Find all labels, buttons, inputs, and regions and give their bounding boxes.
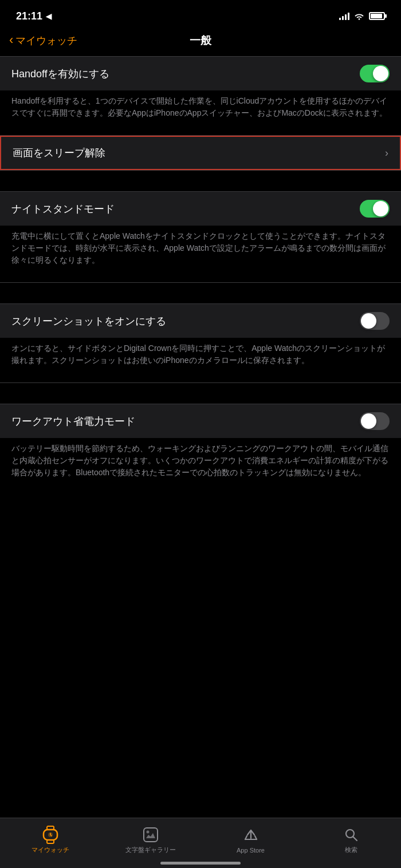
tab-app-store-label: App Store (237, 847, 265, 854)
screenshot-label: スクリーンショットをオンにする (11, 314, 166, 328)
tab-my-watch[interactable]: マイウォッチ (0, 826, 100, 854)
screenshot-section: スクリーンショットをオンにする (0, 304, 401, 338)
handoff-toggle[interactable] (360, 65, 390, 82)
my-watch-icon (42, 826, 59, 843)
search-icon (343, 826, 360, 843)
face-gallery-icon (142, 826, 159, 843)
tab-app-store[interactable]: App Store (200, 827, 301, 854)
svg-line-10 (353, 837, 357, 841)
wake-screen-chevron-icon: › (385, 147, 388, 159)
tab-face-gallery[interactable]: 文字盤ギャラリー (100, 826, 200, 854)
wake-screen-label: 画面をスリープ解除 (13, 146, 105, 160)
gap-6 (0, 383, 401, 404)
status-right (339, 12, 385, 20)
workout-description: バッテリー駆動時間を節約するため、ウォーキングおよびランニングのワークアウトの間… (0, 438, 401, 489)
gap-5 (0, 377, 401, 382)
back-chevron-icon: ‹ (9, 34, 13, 46)
handoff-row: Handoffを有効にする (0, 57, 401, 90)
gap-4 (0, 283, 401, 303)
workout-toggle-knob (361, 413, 376, 429)
location-arrow: ◀ (46, 12, 52, 21)
handoff-description: Handoffを利用すると、1つのデバイスで開始した作業を、同じiCloudアカ… (0, 90, 401, 129)
signal-icon (339, 12, 349, 20)
home-indicator (160, 862, 241, 865)
time-display: 21:11 (16, 10, 42, 22)
screenshot-toggle-knob (361, 313, 376, 329)
nightstand-row: ナイトスタンドモード (0, 192, 401, 226)
tab-search-label: 検索 (345, 846, 357, 854)
tab-my-watch-label: マイウォッチ (32, 846, 69, 854)
gap-1 (0, 129, 401, 135)
nightstand-label: ナイトスタンドモード (11, 202, 115, 216)
battery-icon (369, 12, 385, 20)
nightstand-section: ナイトスタンドモード (0, 192, 401, 226)
nightstand-description: 充電中に横にして置くとApple Watchをナイトスタンドクロックとして使うこ… (0, 226, 401, 277)
handoff-section: Handoffを有効にする (0, 57, 401, 90)
status-time-container: 21:11 ◀ (16, 10, 52, 22)
wake-screen-row[interactable]: 画面をスリープ解除 › (0, 136, 401, 170)
workout-row: ワークアウト省電力モード (0, 404, 401, 438)
nightstand-toggle-knob (373, 201, 388, 216)
workout-section: ワークアウト省電力モード (0, 404, 401, 438)
tab-bar: マイウォッチ 文字盤ギャラリー App Store (0, 818, 401, 868)
back-label: マイウォッチ (15, 34, 77, 48)
screenshot-row: スクリーンショットをオンにする (0, 304, 401, 338)
tab-face-gallery-label: 文字盤ギャラリー (125, 846, 176, 854)
status-bar: 21:11 ◀ (0, 0, 401, 29)
wifi-icon (354, 12, 364, 20)
back-button[interactable]: ‹ マイウォッチ (9, 34, 77, 48)
screenshot-toggle[interactable] (360, 312, 390, 330)
nightstand-toggle[interactable] (360, 200, 390, 218)
main-content: Handoffを有効にする Handoffを利用すると、1つのデバイスで開始した… (0, 57, 401, 546)
workout-toggle[interactable] (360, 412, 390, 430)
handoff-toggle-knob (373, 66, 388, 81)
tab-search[interactable]: 検索 (301, 826, 401, 854)
page-title: 一般 (190, 33, 211, 48)
screenshot-description: オンにすると、サイドボタンとDigital Crownを同時に押すことで、App… (0, 338, 401, 377)
nav-header: ‹ マイウォッチ 一般 (0, 29, 401, 56)
workout-label: ワークアウト省電力モード (11, 415, 135, 428)
svg-point-7 (146, 831, 149, 834)
gap-3 (0, 277, 401, 282)
svg-rect-6 (144, 828, 158, 842)
gap-2 (0, 171, 401, 191)
handoff-label: Handoffを有効にする (11, 67, 109, 81)
app-store-icon (242, 827, 260, 845)
svg-rect-2 (47, 840, 54, 843)
svg-rect-1 (47, 826, 54, 830)
